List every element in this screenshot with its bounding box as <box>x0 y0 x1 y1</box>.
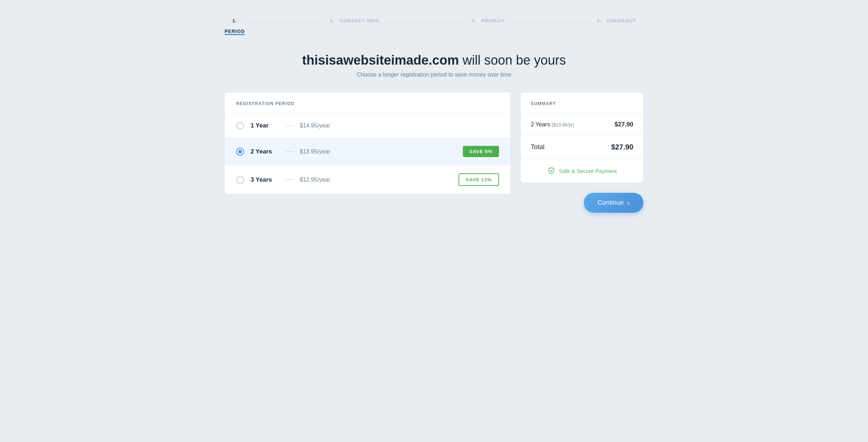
period-row-2years[interactable]: 2 Years $13.95/year SAVE 6% <box>225 138 511 165</box>
step-connector-1 <box>245 22 323 23</box>
main-content: REGISTRATION PERIOD 1 Year $14.95/year 2… <box>225 92 643 213</box>
step-privacy[interactable]: 3. PRIVACY <box>464 14 512 29</box>
step-checkout[interactable]: 4. CHECKOUT <box>590 14 643 29</box>
period-row-1year[interactable]: 1 Year $14.95/year <box>225 114 511 138</box>
step-period-underline <box>225 34 245 35</box>
period-divider-2 <box>285 151 294 152</box>
continue-wrapper: Continue › <box>521 193 643 213</box>
secure-payment: Safe & Secure Payment <box>521 159 643 183</box>
continue-button[interactable]: Continue › <box>584 193 643 213</box>
period-divider-3 <box>285 179 294 180</box>
step-checkout-label: 4. CHECKOUT <box>590 14 643 29</box>
radio-2years[interactable] <box>236 148 244 156</box>
period-label-3years: 3 Years <box>251 176 279 183</box>
shield-icon <box>547 167 555 175</box>
heading-section: thisisawebsiteimade.com will soon be you… <box>225 52 643 78</box>
summary-line-value: $27.90 <box>615 121 633 128</box>
registration-card: REGISTRATION PERIOD 1 Year $14.95/year 2… <box>225 92 511 194</box>
period-divider-1 <box>285 126 294 126</box>
summary-title: SUMMARY <box>521 92 643 114</box>
save-badge-2years[interactable]: SAVE 6% <box>463 146 499 157</box>
stepper: 1. PERIOD 2. CONTACT INFO 3. PRIVACY 4. <box>225 14 643 35</box>
radio-1year[interactable] <box>236 122 244 130</box>
chevron-right-icon: › <box>627 199 630 207</box>
secure-text: Safe & Secure Payment <box>559 168 617 174</box>
period-row-3years[interactable]: 3 Years $12.95/year SAVE 13% <box>225 165 511 194</box>
step-period-label: PERIOD <box>225 29 245 34</box>
summary-line-item: 2 Years($13.95/yr) $27.90 <box>521 114 643 136</box>
period-price-3years: $12.95/year <box>300 177 330 183</box>
step-connector-2 <box>387 22 465 23</box>
save-badge-3years[interactable]: SAVE 13% <box>459 173 499 186</box>
period-label-1year: 1 Year <box>251 122 279 129</box>
summary-total-label: Total <box>531 143 544 151</box>
page-heading: thisisawebsiteimade.com will soon be you… <box>225 52 643 68</box>
step-privacy-label: 3. PRIVACY <box>464 14 512 29</box>
step-connector-3 <box>512 22 590 23</box>
right-column: SUMMARY 2 Years($13.95/yr) $27.90 Total … <box>521 92 643 213</box>
radio-3years[interactable] <box>236 176 244 184</box>
period-price-1year: $14.95/year <box>300 122 330 129</box>
step-contact-info[interactable]: 2. CONTACT INFO <box>323 14 387 29</box>
summary-total-row: Total $27.90 <box>521 136 643 159</box>
step-contact-label: 2. CONTACT INFO <box>323 14 387 29</box>
step-period[interactable]: 1. PERIOD <box>225 14 245 35</box>
period-price-2years: $13.95/year <box>300 148 330 155</box>
period-label-2years: 2 Years <box>251 148 279 155</box>
registration-section-title: REGISTRATION PERIOD <box>225 92 511 114</box>
summary-line-label: 2 Years($13.95/yr) <box>531 121 574 128</box>
summary-total-value: $27.90 <box>611 143 633 151</box>
page-subtitle: Choose a longer registration period to s… <box>225 72 643 78</box>
summary-card: SUMMARY 2 Years($13.95/yr) $27.90 Total … <box>521 92 643 183</box>
